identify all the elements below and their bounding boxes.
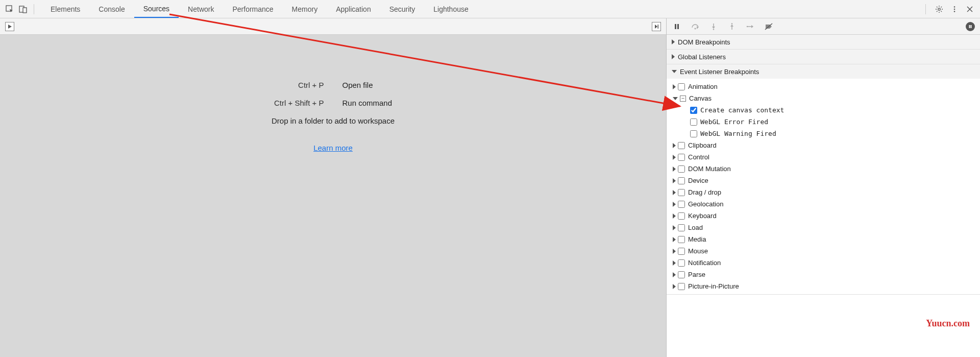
event-category-geolocation[interactable]: Geolocation (667, 198, 980, 210)
category-checkbox[interactable] (678, 224, 685, 231)
category-checkbox[interactable] (678, 212, 685, 220)
svg-marker-31 (751, 25, 753, 28)
open-file-key: Ctrl + P (298, 81, 324, 89)
tab-memory[interactable]: Memory (283, 0, 327, 18)
svg-point-23 (695, 28, 696, 29)
step-into-icon[interactable] (708, 21, 719, 32)
section-dom-breakpoints: DOM Breakpoints (667, 35, 980, 50)
run-command-label: Run command (342, 99, 393, 107)
event-label: WebGL Warning Fired (700, 130, 776, 137)
event-category-picture-in-picture[interactable]: Picture-in-Picture (667, 280, 980, 292)
event-category-keyboard[interactable]: Keyboard (667, 210, 980, 222)
section-title: Global Listeners (678, 53, 726, 61)
category-checkbox[interactable] (678, 142, 685, 149)
section-header-event-listener-breakpoints[interactable]: Event Listener Breakpoints (667, 64, 980, 79)
svg-rect-34 (969, 25, 970, 28)
event-category-drag-drop[interactable]: Drag / drop (667, 186, 980, 198)
event-checkbox[interactable] (690, 130, 697, 137)
category-checkbox[interactable] (678, 83, 685, 90)
tab-application[interactable]: Application (327, 0, 380, 18)
category-checkbox[interactable] (678, 283, 685, 290)
event-category-media[interactable]: Media (667, 233, 980, 245)
chevron-right-icon (673, 272, 676, 277)
svg-point-32 (747, 26, 748, 27)
step-icon[interactable] (745, 21, 755, 32)
event-category-clipboard[interactable]: Clipboard (667, 139, 980, 151)
category-checkbox[interactable] (678, 236, 685, 243)
separator (925, 4, 926, 14)
category-label: Parse (688, 271, 705, 278)
section-header-dom-breakpoints[interactable]: DOM Breakpoints (667, 35, 980, 49)
learn-more-link[interactable]: Learn more (313, 144, 353, 152)
chevron-right-icon (672, 54, 675, 59)
step-over-icon[interactable] (690, 21, 700, 32)
event-category-load[interactable]: Load (667, 222, 980, 233)
svg-marker-18 (655, 25, 657, 29)
event-category-device[interactable]: Device (667, 175, 980, 186)
category-label: Picture-in-Picture (688, 282, 739, 290)
category-checkbox[interactable] (678, 201, 685, 208)
close-icon[interactable] (965, 4, 975, 14)
play-icon[interactable] (5, 22, 14, 31)
chevron-right-icon (673, 178, 676, 183)
device-toggle-icon[interactable] (17, 4, 29, 15)
play-end-icon[interactable] (652, 22, 661, 31)
section-header-global-listeners[interactable]: Global Listeners (667, 50, 980, 64)
pause-icon[interactable] (672, 21, 682, 32)
chevron-right-icon (672, 39, 675, 44)
chevron-down-icon (672, 70, 677, 73)
deactivate-breakpoints-icon[interactable] (764, 21, 774, 32)
gear-icon[interactable] (934, 4, 944, 14)
section-event-listener-breakpoints: Event Listener Breakpoints Animation−Can… (667, 64, 980, 295)
step-out-icon[interactable] (727, 21, 737, 32)
kebab-icon[interactable] (949, 4, 960, 14)
event-category-parse[interactable]: Parse (667, 269, 980, 280)
chevron-right-icon (673, 166, 676, 172)
section-title: DOM Breakpoints (678, 38, 730, 46)
inspect-icon[interactable] (4, 4, 15, 15)
chevron-right-icon (673, 190, 676, 195)
tab-sources[interactable]: Sources (134, 0, 179, 18)
chevron-right-icon (673, 213, 676, 219)
event-category-control[interactable]: Control (667, 151, 980, 163)
category-checkbox[interactable] (678, 271, 685, 278)
tab-network[interactable]: Network (179, 0, 223, 18)
chevron-right-icon (673, 202, 676, 207)
category-checkbox[interactable] (678, 154, 685, 161)
svg-line-9 (941, 11, 942, 12)
section-global-listeners: Global Listeners (667, 50, 980, 64)
indeterminate-checkbox-icon[interactable]: − (680, 96, 686, 102)
event-checkbox[interactable] (690, 107, 697, 114)
category-checkbox[interactable] (678, 165, 685, 173)
svg-point-3 (938, 8, 940, 10)
event-checkbox[interactable] (690, 118, 697, 126)
tab-icons-left (0, 0, 41, 18)
tab-performance[interactable]: Performance (223, 0, 282, 18)
tab-elements[interactable]: Elements (41, 0, 89, 18)
event-item-create-canvas-context[interactable]: Create canvas context (667, 104, 980, 116)
category-checkbox[interactable] (678, 259, 685, 267)
event-category-canvas[interactable]: −Canvas (667, 92, 980, 104)
event-item-webgl-warning-fired[interactable]: WebGL Warning Fired (667, 128, 980, 139)
pause-on-exceptions-icon[interactable] (966, 22, 975, 31)
tab-lighthouse[interactable]: Lighthouse (424, 0, 478, 18)
debugger-pane: DOM Breakpoints Global Listeners Event L… (667, 18, 980, 357)
event-item-webgl-error-fired[interactable]: WebGL Error Fired (667, 116, 980, 128)
category-label: Clipboard (688, 141, 717, 149)
chevron-right-icon (673, 249, 676, 254)
chevron-right-icon (673, 84, 676, 89)
tab-security[interactable]: Security (380, 0, 425, 18)
event-category-mouse[interactable]: Mouse (667, 245, 980, 257)
category-checkbox[interactable] (678, 248, 685, 255)
event-category-notification[interactable]: Notification (667, 257, 980, 269)
event-label: WebGL Error Fired (700, 118, 768, 126)
category-checkbox[interactable] (678, 189, 685, 196)
svg-rect-19 (658, 25, 659, 29)
category-checkbox[interactable] (678, 177, 685, 184)
svg-point-26 (713, 29, 715, 30)
event-category-animation[interactable]: Animation (667, 81, 980, 92)
category-label: Mouse (688, 247, 708, 255)
chevron-right-icon (673, 237, 676, 242)
tab-console[interactable]: Console (89, 0, 134, 18)
event-category-dom-mutation[interactable]: DOM Mutation (667, 163, 980, 175)
